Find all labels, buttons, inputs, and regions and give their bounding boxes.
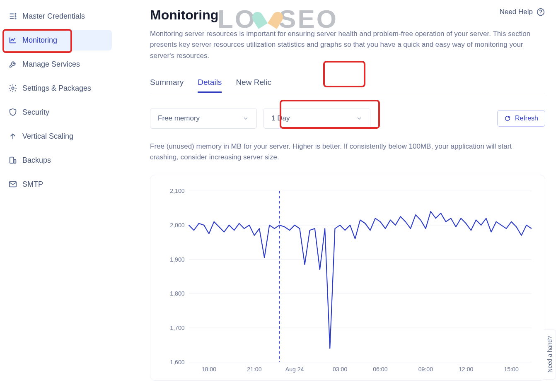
sidebar-item-label: Vertical Scaling bbox=[22, 132, 73, 141]
database-icon bbox=[8, 156, 17, 165]
svg-rect-5 bbox=[14, 159, 16, 163]
sidebar-item-settings-packages[interactable]: Settings & Packages bbox=[4, 78, 112, 99]
help-label: Need Help bbox=[500, 8, 533, 16]
gear-icon bbox=[8, 84, 17, 93]
help-button[interactable]: Need Help bbox=[500, 7, 545, 17]
sidebar-item-smtp[interactable]: SMTP bbox=[4, 174, 112, 195]
mail-icon bbox=[8, 180, 17, 189]
sidebar-item-label: Master Credentials bbox=[22, 12, 85, 21]
main-panel: Monitoring Need Help Monitoring server r… bbox=[115, 0, 556, 392]
tabs: Summary Details New Relic bbox=[150, 72, 545, 93]
sidebar-item-master-credentials[interactable]: Master Credentials bbox=[4, 6, 112, 26]
free-memory-chart: 2,1002,0001,9001,8001,7001,60018:0021:00… bbox=[150, 175, 545, 381]
watermark-right: SEO bbox=[279, 4, 338, 34]
metric-description: Free (unused) memory in MB for your serv… bbox=[150, 141, 523, 163]
metric-select[interactable]: Free memory bbox=[150, 108, 257, 129]
help-icon bbox=[536, 7, 545, 17]
sidebar-item-monitoring[interactable]: Monitoring bbox=[4, 30, 112, 51]
refresh-button[interactable]: Refresh bbox=[497, 110, 545, 127]
tab-details[interactable]: Details bbox=[198, 72, 222, 93]
wrench-icon bbox=[8, 60, 17, 69]
list-icon bbox=[8, 12, 17, 21]
sidebar-item-manage-services[interactable]: Manage Services bbox=[4, 54, 112, 75]
svg-text:15:00: 15:00 bbox=[504, 366, 519, 373]
sidebar-item-label: SMTP bbox=[22, 180, 43, 189]
tab-new-relic[interactable]: New Relic bbox=[236, 72, 271, 93]
chart-svg: 2,1002,0001,9001,8001,7001,60018:0021:00… bbox=[155, 183, 540, 379]
watermark: LO SEO bbox=[218, 4, 338, 34]
page-title: Monitoring bbox=[150, 7, 218, 23]
metric-select-value: Free memory bbox=[158, 114, 200, 123]
svg-rect-4 bbox=[10, 157, 14, 164]
sidebar: Master Credentials Monitoring Manage Ser… bbox=[0, 0, 115, 392]
sidebar-item-security[interactable]: Security bbox=[4, 102, 112, 123]
svg-text:1,900: 1,900 bbox=[170, 256, 184, 262]
svg-point-3 bbox=[12, 87, 14, 89]
svg-point-2 bbox=[15, 18, 16, 19]
svg-point-0 bbox=[15, 13, 16, 14]
svg-text:06:00: 06:00 bbox=[373, 366, 387, 373]
refresh-icon bbox=[504, 115, 511, 122]
chevron-down-icon bbox=[356, 115, 363, 122]
svg-text:2,000: 2,000 bbox=[170, 222, 184, 228]
watermark-left: LO bbox=[218, 4, 256, 34]
page-description: Monitoring server resources is important… bbox=[150, 29, 539, 61]
sidebar-item-label: Backups bbox=[22, 156, 51, 165]
sidebar-item-label: Manage Services bbox=[22, 60, 80, 69]
svg-point-1 bbox=[15, 16, 16, 17]
watermark-heart-icon bbox=[258, 10, 277, 28]
range-select[interactable]: 1 Day bbox=[263, 108, 370, 129]
refresh-label: Refresh bbox=[515, 115, 538, 122]
sidebar-item-backups[interactable]: Backups bbox=[4, 150, 112, 171]
chevron-down-icon bbox=[242, 115, 249, 122]
chart-line-icon bbox=[8, 36, 17, 45]
shield-icon bbox=[8, 108, 17, 117]
range-select-value: 1 Day bbox=[271, 114, 290, 123]
svg-text:21:00: 21:00 bbox=[247, 366, 261, 373]
controls: Free memory 1 Day Refresh bbox=[150, 108, 545, 129]
svg-text:1,700: 1,700 bbox=[170, 325, 184, 331]
svg-point-8 bbox=[540, 14, 541, 14]
svg-text:09:00: 09:00 bbox=[418, 366, 433, 373]
tab-summary[interactable]: Summary bbox=[150, 72, 184, 93]
svg-text:1,600: 1,600 bbox=[170, 358, 184, 365]
sidebar-item-label: Settings & Packages bbox=[22, 84, 91, 93]
need-a-hand-tab[interactable]: Need a hand? bbox=[544, 329, 556, 380]
svg-text:18:00: 18:00 bbox=[202, 366, 216, 373]
svg-text:1,800: 1,800 bbox=[170, 290, 184, 297]
sidebar-item-label: Monitoring bbox=[22, 36, 57, 45]
svg-text:12:00: 12:00 bbox=[459, 366, 473, 373]
svg-text:03:00: 03:00 bbox=[333, 366, 347, 373]
svg-text:2,100: 2,100 bbox=[170, 188, 184, 194]
svg-text:Aug 24: Aug 24 bbox=[285, 366, 304, 373]
sidebar-item-label: Security bbox=[22, 108, 49, 117]
arrow-up-icon bbox=[8, 132, 17, 141]
sidebar-item-vertical-scaling[interactable]: Vertical Scaling bbox=[4, 126, 112, 147]
